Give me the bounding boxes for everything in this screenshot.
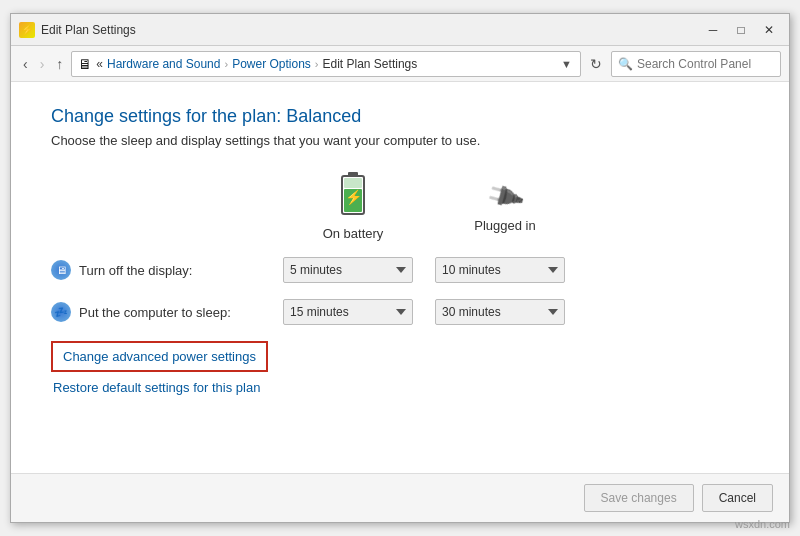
plug-icon: 🔌 (483, 175, 526, 218)
display-plugged-select[interactable]: 10 minutes 1 minute 2 minutes 3 minutes … (435, 257, 565, 283)
close-button[interactable]: ✕ (757, 18, 781, 42)
window-title: Edit Plan Settings (41, 23, 136, 37)
links-section: Change advanced power settings Restore d… (51, 341, 749, 395)
window-icon: ⚡ (19, 22, 35, 38)
restore-defaults-link[interactable]: Restore default settings for this plan (53, 380, 749, 395)
nav-icon: 🖥 (78, 56, 92, 72)
plugged-column-label: Plugged in (474, 218, 535, 233)
battery-icon: ⚡ (339, 172, 367, 222)
search-box: 🔍 (611, 51, 781, 77)
search-icon: 🔍 (618, 57, 633, 71)
plugged-column-header: 🔌 Plugged in (435, 181, 575, 233)
display-label-text: Turn off the display: (79, 263, 192, 278)
page-title: Change settings for the plan: Balanced (51, 106, 749, 127)
breadcrumb-prefix: « (96, 57, 103, 71)
sleep-icon: 💤 (51, 302, 71, 322)
breadcrumb-hardware[interactable]: Hardware and Sound (107, 57, 220, 71)
minimize-button[interactable]: ─ (701, 18, 725, 42)
battery-column-header: ⚡ On battery (283, 172, 423, 241)
up-button[interactable]: ↑ (52, 54, 67, 74)
sleep-plugged-select[interactable]: 30 minutes 1 minute 2 minutes 5 minutes … (435, 299, 565, 325)
sleep-label-text: Put the computer to sleep: (79, 305, 231, 320)
main-window: ⚡ Edit Plan Settings ─ □ ✕ ‹ › ↑ 🖥 « Har… (10, 13, 790, 523)
settings-header: ⚡ On battery 🔌 Plugged in (51, 172, 749, 241)
maximize-button[interactable]: □ (729, 18, 753, 42)
breadcrumb-power-options[interactable]: Power Options (232, 57, 311, 71)
back-button[interactable]: ‹ (19, 54, 32, 74)
svg-text:⚡: ⚡ (345, 189, 363, 206)
sleep-row: 💤 Put the computer to sleep: 15 minutes … (51, 299, 749, 325)
sleep-battery-select[interactable]: 15 minutes 1 minute 2 minutes 3 minutes … (283, 299, 413, 325)
page-subtitle: Choose the sleep and display settings th… (51, 133, 749, 148)
forward-button[interactable]: › (36, 54, 49, 74)
footer: Save changes Cancel (11, 473, 789, 522)
display-row: 🖥 Turn off the display: 5 minutes 1 minu… (51, 257, 749, 283)
sleep-row-label: 💤 Put the computer to sleep: (51, 302, 271, 322)
watermark: wsxdn.com (735, 518, 790, 530)
nav-bar: ‹ › ↑ 🖥 « Hardware and Sound › Power Opt… (11, 46, 789, 82)
address-dropdown-button[interactable]: ▼ (559, 58, 574, 70)
display-row-label: 🖥 Turn off the display: (51, 260, 271, 280)
advanced-power-settings-link[interactable]: Change advanced power settings (51, 341, 268, 372)
monitor-icon: 🖥 (51, 260, 71, 280)
title-bar: ⚡ Edit Plan Settings ─ □ ✕ (11, 14, 789, 46)
refresh-button[interactable]: ↻ (585, 53, 607, 75)
search-input[interactable] (637, 57, 774, 71)
battery-column-label: On battery (323, 226, 384, 241)
title-bar-left: ⚡ Edit Plan Settings (19, 22, 136, 38)
address-bar: 🖥 « Hardware and Sound › Power Options ›… (71, 51, 581, 77)
content-area: Change settings for the plan: Balanced C… (11, 82, 789, 473)
title-bar-controls: ─ □ ✕ (701, 18, 781, 42)
breadcrumb-current: Edit Plan Settings (323, 57, 418, 71)
display-battery-select[interactable]: 5 minutes 1 minute 2 minutes 3 minutes 1… (283, 257, 413, 283)
cancel-button[interactable]: Cancel (702, 484, 773, 512)
save-button[interactable]: Save changes (584, 484, 694, 512)
svg-rect-3 (344, 178, 362, 188)
breadcrumb: « Hardware and Sound › Power Options › E… (96, 57, 555, 71)
